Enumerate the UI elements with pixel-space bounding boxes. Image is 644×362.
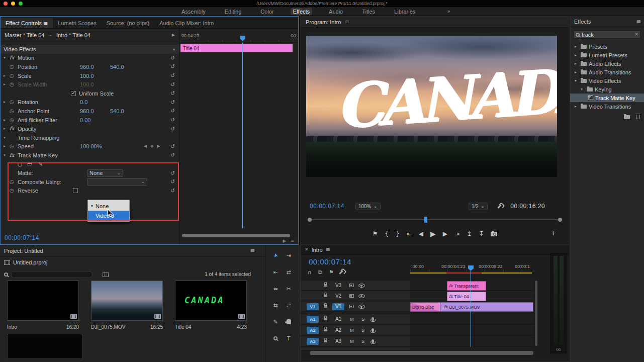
source-patch-badge[interactable]: A1 bbox=[307, 316, 319, 323]
go-to-out-button[interactable] bbox=[454, 231, 459, 237]
track-name-v3[interactable]: V3 bbox=[332, 282, 344, 289]
chevron-right-icon[interactable] bbox=[4, 100, 10, 104]
type-tool[interactable] bbox=[285, 334, 293, 342]
delete-icon[interactable] bbox=[636, 115, 640, 119]
add-keyframe-icon[interactable] bbox=[150, 144, 153, 148]
project-search-input[interactable] bbox=[11, 271, 93, 278]
rate-stretch-tool[interactable] bbox=[271, 285, 280, 293]
uniform-scale-checkbox[interactable] bbox=[71, 91, 76, 96]
pen-mask-icon[interactable] bbox=[38, 161, 43, 167]
tab-lumetri-scopes[interactable]: Lumetri Scopes bbox=[53, 18, 101, 28]
selection-tool[interactable] bbox=[270, 250, 281, 260]
close-panel-icon[interactable] bbox=[305, 247, 309, 252]
track-name-a3[interactable]: A3 bbox=[332, 338, 344, 345]
lock-icon[interactable] bbox=[324, 284, 327, 287]
tab-audio-clip-mixer[interactable]: Audio Clip Mixer: Intro bbox=[154, 18, 219, 28]
chevron-down-icon[interactable] bbox=[4, 153, 10, 157]
ripple-edit-tool[interactable] bbox=[271, 268, 280, 276]
toggle-animation-icon[interactable] bbox=[10, 118, 18, 123]
workspace-overflow-icon[interactable] bbox=[447, 9, 450, 14]
tree-item-video-effects[interactable]: Video Effects bbox=[570, 76, 644, 85]
chevron-right-icon[interactable] bbox=[4, 74, 10, 78]
row-motion[interactable]: Motion bbox=[1, 54, 179, 63]
timeline-tab-label[interactable]: Intro bbox=[312, 247, 323, 253]
lock-icon[interactable] bbox=[324, 295, 327, 297]
row-anti-flicker[interactable]: Anti-flicker Filter 0.00 bbox=[1, 116, 179, 125]
toggle-track-output-icon[interactable] bbox=[358, 305, 365, 309]
extract-button[interactable] bbox=[479, 231, 484, 237]
reset-icon[interactable] bbox=[170, 117, 175, 123]
workspace-tab-libraries[interactable]: Libraries bbox=[392, 8, 418, 15]
tree-item-track-matte-key[interactable]: Track Matte Key bbox=[570, 94, 644, 102]
rolling-edit-tool[interactable] bbox=[285, 268, 293, 276]
voiceover-record-icon[interactable] bbox=[372, 328, 374, 332]
step-forward-button[interactable] bbox=[443, 231, 447, 237]
collapse-icon[interactable] bbox=[173, 47, 175, 51]
panel-menu-icon[interactable] bbox=[345, 19, 349, 25]
row-opacity[interactable]: Opacity bbox=[1, 124, 179, 133]
toggle-animation-icon[interactable] bbox=[10, 144, 18, 149]
reset-effect-icon[interactable] bbox=[170, 55, 175, 61]
row-anchor-point[interactable]: Anchor Point 960.0540.0 bbox=[1, 107, 179, 116]
project-file-tab[interactable]: Untitled.prproj bbox=[4, 259, 47, 265]
reset-effect-icon[interactable] bbox=[170, 152, 175, 158]
sequence-clip-label[interactable]: Intro * Title 04 bbox=[56, 32, 90, 38]
lock-icon[interactable] bbox=[324, 305, 327, 308]
track-name-v2[interactable]: V2 bbox=[332, 293, 344, 300]
speed-value[interactable]: 100.00% bbox=[80, 143, 110, 149]
options-icon[interactable] bbox=[290, 239, 294, 243]
mini-timeline-clip[interactable]: Title 04 bbox=[180, 44, 293, 52]
reset-icon[interactable] bbox=[170, 73, 175, 78]
reset-icon[interactable] bbox=[170, 64, 175, 69]
toggle-animation-icon[interactable] bbox=[10, 73, 18, 78]
show-timeline-view-icon[interactable] bbox=[172, 33, 175, 37]
playback-resolution-dropdown[interactable]: 1/2 bbox=[469, 203, 488, 210]
export-frame-button[interactable] bbox=[491, 232, 497, 236]
mark-out-button[interactable] bbox=[396, 231, 400, 237]
reset-effect-icon[interactable] bbox=[170, 126, 175, 132]
toggle-track-output-icon[interactable] bbox=[358, 294, 365, 298]
timeline-timecode[interactable]: 00:00:07:14 bbox=[309, 257, 351, 266]
zoom-level-dropdown[interactable]: 100% bbox=[355, 203, 381, 210]
toggle-animation-icon[interactable] bbox=[10, 109, 18, 114]
chevron-down-icon[interactable] bbox=[4, 136, 10, 140]
voiceover-record-icon[interactable] bbox=[372, 317, 374, 321]
program-video-frame[interactable]: CANADA bbox=[306, 36, 557, 177]
row-matte[interactable]: Matte: None bbox=[1, 168, 179, 177]
clip-title-04[interactable]: Title 04 bbox=[447, 292, 486, 301]
workspace-tab-titles[interactable]: Titles bbox=[359, 8, 378, 15]
clip-transparent-video[interactable]: Transparent bbox=[447, 281, 486, 291]
tree-item-presets[interactable]: Presets bbox=[570, 42, 644, 51]
anchor-y-value[interactable]: 540.0 bbox=[110, 108, 140, 114]
master-clip-label[interactable]: Master * Title 04 bbox=[5, 32, 44, 38]
toggle-animation-icon[interactable] bbox=[10, 179, 18, 185]
workspace-tab-audio[interactable]: Audio bbox=[326, 8, 345, 15]
chevron-down-icon[interactable] bbox=[4, 56, 10, 60]
program-scrubber[interactable] bbox=[308, 217, 562, 223]
clear-search-icon[interactable] bbox=[634, 32, 638, 37]
mute-button[interactable]: M bbox=[348, 339, 355, 344]
mute-button[interactable]: M bbox=[348, 328, 355, 333]
effect-controls-timecode[interactable]: 00:00:07:14 bbox=[5, 234, 39, 241]
tree-item-lumetri-presets[interactable]: Lumetri Presets bbox=[570, 51, 644, 59]
lift-button[interactable] bbox=[467, 231, 472, 237]
workspace-tab-editing[interactable]: Editing bbox=[222, 8, 244, 15]
item-name[interactable]: DJI_0075.MOV bbox=[91, 324, 125, 330]
effects-search-input[interactable] bbox=[582, 32, 632, 38]
hand-tool[interactable] bbox=[285, 318, 293, 326]
play-button[interactable] bbox=[430, 230, 436, 237]
list-view-icon[interactable] bbox=[103, 273, 109, 277]
patch-icon[interactable] bbox=[349, 284, 354, 287]
timeline-horizontal-scrollbar[interactable] bbox=[310, 351, 533, 355]
pen-tool[interactable] bbox=[271, 318, 280, 326]
razor-tool[interactable] bbox=[285, 285, 293, 293]
source-patch-badge[interactable]: V1 bbox=[307, 303, 319, 310]
workspace-tab-assembly[interactable]: Assembly bbox=[179, 8, 208, 15]
chevron-down-icon[interactable] bbox=[48, 33, 52, 37]
matte-dropdown[interactable]: None bbox=[87, 169, 123, 177]
workspace-tab-color[interactable]: Color bbox=[258, 8, 276, 15]
next-keyframe-icon[interactable] bbox=[157, 144, 160, 148]
row-speed[interactable]: Speed 100.00% bbox=[1, 142, 179, 151]
previous-keyframe-icon[interactable] bbox=[144, 144, 147, 148]
toggle-animation-icon[interactable] bbox=[10, 64, 18, 69]
